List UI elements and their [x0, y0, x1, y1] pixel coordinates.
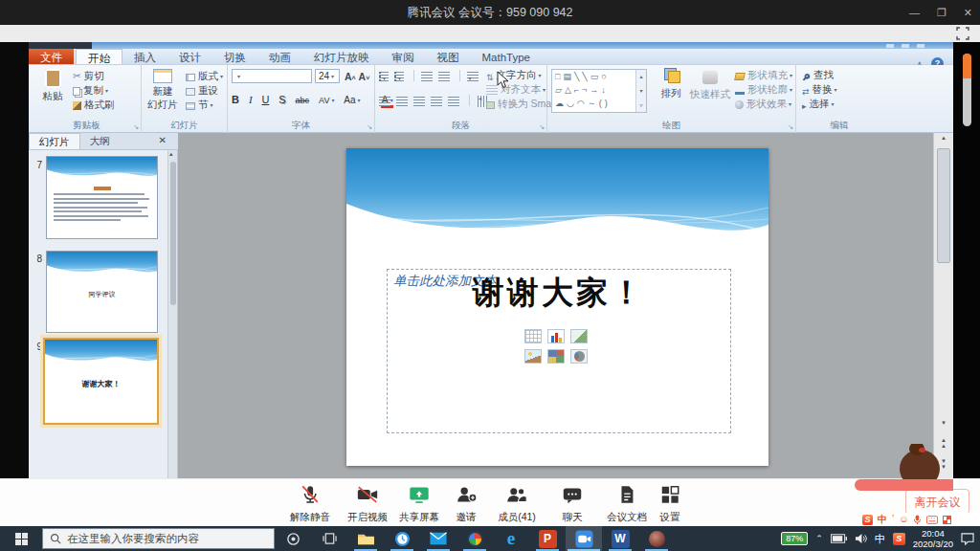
ime-keyboard-icon[interactable] — [926, 516, 938, 524]
select-button[interactable]: ▸选择 — [802, 98, 835, 111]
slide8-thumbnail[interactable]: 同学评议 — [46, 251, 158, 333]
align-left-icon[interactable] — [379, 97, 390, 106]
insert-picture-icon[interactable] — [524, 349, 542, 364]
taskbar-mail-app[interactable] — [420, 526, 457, 551]
tray-expand-icon[interactable]: ⌃ — [815, 534, 823, 543]
tab-slideshow[interactable]: 幻灯片放映 — [302, 49, 381, 64]
taskbar-clock-app[interactable] — [384, 526, 420, 551]
paste-button[interactable]: 粘贴 — [38, 69, 67, 103]
panel-close-icon[interactable]: ✕ — [159, 135, 167, 145]
task-view-button[interactable] — [311, 526, 347, 551]
taskbar-browser-app[interactable] — [457, 526, 493, 551]
panel-scrollbar[interactable] — [167, 150, 177, 478]
find-button[interactable]: 🔎︎查找 — [802, 69, 834, 82]
side-scrollbar[interactable] — [963, 54, 971, 126]
tab-home[interactable]: 开始 — [76, 49, 122, 64]
section-button[interactable]: 节 — [186, 99, 213, 112]
shape-outline-button[interactable]: 形状轮廓 — [735, 83, 792, 97]
insert-table-icon[interactable] — [524, 329, 542, 343]
new-slide-button[interactable]: 新建 幻灯片 — [144, 69, 182, 112]
tab-transitions[interactable]: 切换 — [212, 49, 257, 64]
layout-button[interactable]: 版式 — [186, 70, 223, 83]
char-spacing-button[interactable]: AV — [319, 96, 334, 105]
cut-button[interactable]: ✂ 剪切 — [73, 70, 104, 83]
tab-insert[interactable]: 插入 — [122, 49, 167, 64]
panel-tab-slides[interactable]: 幻灯片 — [29, 133, 80, 149]
ppt-window-controls[interactable] — [886, 44, 924, 48]
replace-button[interactable]: ⇄替换 — [802, 83, 837, 97]
ime-emoji-icon[interactable]: ☺ — [899, 513, 908, 526]
sogou-logo-icon[interactable]: S — [862, 515, 873, 525]
tray-clock[interactable]: 20:04 2020/3/20 — [913, 528, 953, 549]
align-center-icon[interactable] — [396, 97, 408, 106]
strikethrough-button[interactable]: abc — [296, 96, 310, 105]
editor-scrollbar[interactable]: ▲ ▼ ▲▲ ▼▼ — [933, 133, 953, 478]
taskbar-search-input[interactable]: 在这里输入你要搜索的内容 — [42, 528, 275, 549]
text-direction-button[interactable]: ⇅文字方向 — [486, 69, 542, 82]
grow-shrink-font[interactable]: A˄ A˅ — [345, 71, 369, 82]
chat-button[interactable]: 聊天 — [546, 484, 599, 524]
sogou-input-bar[interactable]: S 中 ’ ☺ — [858, 513, 980, 526]
insert-chart-icon[interactable] — [547, 329, 565, 343]
battery-icon[interactable] — [831, 534, 847, 543]
font-size-select[interactable]: 24 — [315, 69, 340, 83]
tab-mathtype[interactable]: MathType — [471, 49, 543, 64]
shadow-button[interactable]: S — [278, 94, 285, 105]
numbering-icon[interactable] — [394, 72, 404, 81]
justify-icon[interactable] — [431, 97, 442, 106]
action-center-icon[interactable] — [961, 533, 974, 545]
volume-icon[interactable] — [855, 533, 867, 544]
copy-button[interactable]: 复制 — [73, 84, 108, 98]
quick-styles-button[interactable]: 快速样式 — [689, 69, 731, 101]
ime-punct-icon[interactable]: ’ — [892, 513, 894, 526]
reset-button[interactable]: 重设 — [186, 84, 218, 98]
dialog-launcher-icon[interactable]: ↘ — [788, 123, 793, 131]
slide7-thumbnail[interactable] — [46, 156, 158, 239]
panel-tab-outline[interactable]: 大纲 — [80, 133, 120, 149]
minimize-icon[interactable]: — — [909, 7, 920, 18]
format-painter-button[interactable]: 格式刷 — [73, 99, 115, 112]
taskbar-tencent-meeting[interactable] — [566, 526, 602, 551]
tab-design[interactable]: 设计 — [167, 49, 212, 64]
dialog-launcher-icon[interactable]: ↘ — [367, 123, 372, 131]
insert-media-icon[interactable] — [570, 349, 588, 364]
dialog-launcher-icon[interactable]: ↘ — [133, 123, 139, 131]
shape-fill-button[interactable]: 形状填充 — [735, 69, 792, 82]
italic-button[interactable]: I — [249, 94, 253, 105]
font-name-select[interactable] — [232, 69, 312, 83]
tab-view[interactable]: 视图 — [426, 49, 471, 64]
arrange-button[interactable]: 排列 — [655, 69, 687, 100]
taskbar-powerpoint[interactable]: P — [529, 526, 566, 551]
tray-sogou-icon[interactable]: S — [893, 533, 905, 545]
taskbar-edge[interactable]: e — [493, 526, 529, 551]
bold-button[interactable]: B — [232, 94, 239, 105]
ime-toolbox-icon[interactable] — [943, 516, 951, 524]
slide9-thumbnail[interactable]: 谢谢大家！ — [43, 338, 159, 425]
current-slide[interactable]: 单击此处添加文本 谢谢大家！ — [346, 148, 768, 466]
insert-smartart-icon[interactable] — [570, 329, 588, 343]
tab-file[interactable]: 文件 — [29, 49, 74, 64]
align-right-icon[interactable] — [413, 97, 425, 106]
start-button[interactable] — [0, 526, 42, 551]
ime-mic-icon[interactable] — [913, 515, 922, 525]
change-case-button[interactable]: Aa — [344, 95, 360, 105]
insert-clipart-icon[interactable] — [547, 349, 565, 364]
taskbar-word[interactable]: W — [602, 526, 638, 551]
tray-ime-indicator[interactable]: 中 — [875, 532, 885, 546]
shapes-gallery-scrollbar[interactable]: ▴▾▿ — [635, 70, 646, 113]
align-text-button[interactable]: 对齐文本 — [486, 83, 546, 97]
settings-button[interactable]: 设置 — [643, 484, 697, 524]
dialog-launcher-icon[interactable]: ↘ — [539, 123, 545, 131]
maximize-icon[interactable]: ❐ — [937, 7, 947, 19]
taskbar-avatar-app[interactable] — [638, 526, 675, 551]
start-video-button[interactable]: 开启视频 — [341, 484, 394, 524]
cortana-button[interactable] — [275, 526, 311, 551]
leave-meeting-button[interactable]: 离开会议 — [905, 489, 969, 515]
underline-button[interactable]: U — [261, 94, 269, 105]
fullscreen-icon[interactable] — [956, 27, 969, 40]
share-screen-button[interactable]: 共享屏幕 — [392, 484, 446, 524]
invite-button[interactable]: 邀请 — [439, 484, 493, 524]
shape-effects-button[interactable]: 形状效果 — [735, 98, 791, 111]
close-icon[interactable]: ✕ — [964, 7, 972, 19]
text-placeholder[interactable]: 单击此处添加文本 谢谢大家！ — [387, 269, 731, 433]
